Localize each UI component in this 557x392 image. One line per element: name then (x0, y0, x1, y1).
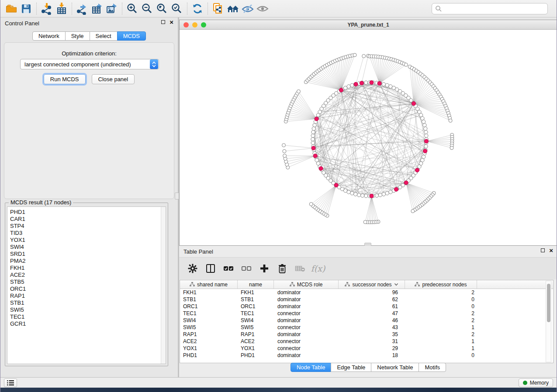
column-header-shared-name[interactable]: shared name (180, 280, 238, 289)
mcds-result-item[interactable]: STB5 (7, 279, 166, 285)
tab-network-table[interactable]: Network Table (371, 363, 419, 372)
tab-network[interactable]: Network (32, 31, 66, 41)
close-table-panel-icon[interactable]: × (549, 248, 553, 252)
table-cell[interactable]: connector (274, 345, 339, 351)
graph-edge[interactable] (426, 141, 452, 148)
graph-edge[interactable] (406, 183, 425, 203)
mcds-list-scrollbar[interactable] (161, 207, 166, 364)
graph-node[interactable] (315, 158, 318, 162)
graph-edge[interactable] (284, 145, 314, 148)
graph-node[interactable] (389, 190, 392, 194)
graph-edge[interactable] (406, 183, 422, 205)
table-row[interactable]: FKH1FKH1dominator962 (180, 289, 553, 296)
float-panel-icon[interactable] (161, 20, 165, 24)
graph-dominator-node[interactable] (415, 168, 419, 172)
graph-node[interactable] (362, 55, 366, 58)
hide-selected-eye-icon[interactable] (240, 1, 255, 16)
table-cell[interactable]: 18 (339, 352, 405, 358)
float-table-panel-icon[interactable] (541, 248, 545, 252)
import-network-icon[interactable] (39, 1, 54, 16)
table-settings-gear-icon[interactable] (187, 263, 198, 274)
table-cell[interactable]: SWI4 (238, 317, 274, 323)
zoom-fit-icon[interactable] (155, 1, 170, 16)
table-cell[interactable]: 2 (405, 317, 477, 323)
graph-edge[interactable] (322, 185, 336, 212)
graph-dominator-node[interactable] (370, 81, 374, 85)
mcds-result-item[interactable]: FKH1 (7, 265, 166, 272)
graph-node[interactable] (363, 220, 367, 224)
mcds-result-list[interactable]: PHD1CAR1STP4TID3YOX1SWI4SRD1PMA2FKH1ACE2… (7, 206, 166, 364)
mcds-result-item[interactable]: PMA2 (7, 258, 166, 265)
tab-select[interactable]: Select (90, 31, 118, 41)
export-table-icon[interactable] (90, 1, 104, 16)
graph-node[interactable] (350, 83, 354, 87)
mcds-result-item[interactable]: STB1 (7, 299, 166, 306)
graph-edge[interactable] (380, 60, 394, 83)
table-row[interactable]: ACE2ACE2connector311 (180, 338, 553, 345)
graph-edge[interactable] (412, 68, 414, 103)
table-row[interactable]: RAP1RAP1dominator352 (180, 331, 553, 338)
graph-edge[interactable] (292, 104, 317, 119)
graph-dominator-node[interactable] (394, 187, 398, 191)
table-scrollbar-thumb[interactable] (547, 284, 550, 322)
graph-node[interactable] (311, 138, 315, 141)
criterion-dropdown[interactable]: largest connected component (undirected) (20, 59, 159, 69)
table-cell[interactable]: YOX1 (238, 345, 274, 351)
table-cell[interactable]: dominator (274, 289, 339, 296)
table-cell[interactable]: dominator (274, 296, 339, 303)
table-cell[interactable]: RAP1 (238, 331, 274, 337)
graph-edge[interactable] (286, 119, 316, 121)
zoom-selected-icon[interactable] (170, 1, 184, 16)
graph-node[interactable] (422, 155, 425, 158)
table-cell[interactable]: RAP1 (180, 331, 238, 337)
table-cell[interactable]: STB1 (238, 296, 274, 303)
graph-edge[interactable] (372, 56, 380, 83)
graph-edge[interactable] (380, 59, 392, 83)
graph-node[interactable] (385, 191, 389, 195)
open-folder-icon[interactable] (4, 1, 19, 16)
graph-node[interactable] (282, 144, 286, 147)
show-all-eye-icon[interactable] (255, 1, 270, 16)
graph-node[interactable] (422, 120, 425, 124)
first-neighbors-icon[interactable] (225, 1, 240, 16)
table-cell[interactable]: dominator (274, 331, 339, 337)
export-image-icon[interactable] (104, 1, 119, 16)
table-row[interactable]: YOX1YOX1connector291 (180, 345, 553, 352)
mcds-result-item[interactable]: SWI5 (7, 306, 166, 313)
mcds-result-item[interactable]: PHD1 (7, 209, 166, 216)
table-row[interactable]: SWI5SWI5connector431 (180, 324, 553, 331)
graph-node[interactable] (364, 81, 368, 84)
mcds-result-item[interactable]: RAP1 (7, 292, 166, 299)
mcds-result-item[interactable]: CAR1 (7, 216, 166, 223)
table-cell[interactable]: PHD1 (180, 352, 238, 358)
table-cell[interactable]: dominator (274, 303, 339, 309)
graph-node[interactable] (449, 119, 452, 122)
table-row[interactable]: PHD1PHD1dominator180 (180, 352, 553, 359)
column-header-mcds-role[interactable]: MCDS role (274, 280, 339, 289)
graph-node[interactable] (425, 134, 428, 138)
graph-node[interactable] (283, 154, 287, 158)
table-cell[interactable]: 2 (405, 289, 477, 296)
save-icon[interactable] (19, 1, 34, 16)
table-cell[interactable]: TEC1 (238, 310, 274, 316)
table-cell[interactable]: 46 (339, 317, 405, 323)
table-cell[interactable]: ACE2 (180, 338, 238, 344)
graph-edge[interactable] (311, 185, 336, 204)
table-cell[interactable]: connector (274, 310, 339, 316)
graph-edge[interactable] (327, 65, 341, 90)
mcds-result-item[interactable]: SWI4 (7, 244, 166, 251)
graph-node[interactable] (404, 63, 408, 66)
network-titlebar[interactable]: YPA_prune.txt_1 (180, 20, 557, 30)
table-cell[interactable]: 0 (405, 303, 477, 309)
graph-edge[interactable] (289, 110, 317, 119)
table-cell[interactable]: ACE2 (238, 338, 274, 344)
graph-edge[interactable] (313, 185, 336, 206)
mcds-result-item[interactable]: TEC1 (7, 313, 166, 320)
column-header-predecessor-nodes[interactable]: predecessor nodes (405, 280, 477, 289)
close-panel-icon[interactable]: × (170, 20, 173, 24)
graph-node[interactable] (350, 191, 354, 195)
import-table-icon[interactable] (54, 1, 69, 16)
export-network-icon[interactable] (75, 1, 90, 16)
graph-edge[interactable] (296, 96, 317, 119)
graph-dominator-node[interactable] (315, 117, 318, 121)
